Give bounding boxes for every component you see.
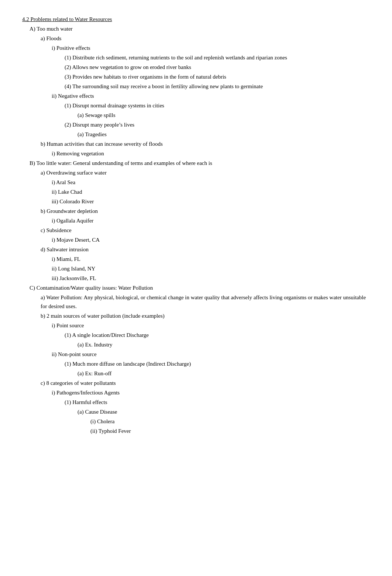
section-C-b: b) 2 main sources of water pollution (in… (41, 311, 370, 320)
section-A-a-i: i) Positive effects (52, 44, 370, 52)
section-A-a-ii: ii) Negative effects (52, 92, 370, 100)
section-C-b-i: i) Point source (52, 321, 370, 330)
section-B-a-i: i) Aral Sea (52, 178, 370, 187)
section-B-d: d) Saltwater intrusion (41, 245, 370, 254)
section-B-c: c) Subsidence (41, 226, 370, 235)
section-C-b-ii-1: (1) Much more diffuse on landscape (Indi… (65, 359, 370, 368)
section-C-b-ii-1-a: (a) Ex: Run-off (78, 369, 370, 378)
section-A: A) Too much water (30, 24, 370, 33)
section-A-a-ii-2-a: (a) Tragedies (78, 130, 370, 139)
section-B-d-i: i) Miami, FL (52, 255, 370, 263)
section-C-b-ii: ii) Non-point source (52, 350, 370, 359)
section-A-a-ii-1-a: (a) Sewage spills (78, 111, 370, 120)
section-A-a: a) Floods (41, 34, 370, 43)
section-C-c: c) 8 categories of water pollutants (41, 379, 370, 387)
section-B-b-i: i) Ogallala Aquifer (52, 216, 370, 225)
section-C-c-i-1-a: (a) Cause Disease (78, 407, 370, 416)
document-outline: 4.2 Problems related to Water Resources … (22, 15, 370, 435)
section-A-a-ii-1: (1) Disrupt normal drainage systems in c… (65, 101, 370, 110)
section-B-b: b) Groundwater depletion (41, 207, 370, 215)
section-A-a-i-3: (3) Provides new habitats to river organ… (65, 72, 370, 81)
section-B-a-iii: iii) Colorado River (52, 197, 370, 206)
section-A-b: b) Human activities that can increase se… (41, 139, 370, 148)
section-B-c-i: i) Mojave Desert, CA (52, 235, 370, 244)
section-B-d-ii: ii) Long Island, NY (52, 264, 370, 273)
section-C-b-i-1-a: (a) Ex. Industry (78, 340, 370, 349)
section-A-b-i: i) Removing vegetation (52, 149, 370, 158)
section-B: B) Too little water: General understandi… (30, 159, 370, 168)
section-B-a-ii: ii) Lake Chad (52, 187, 370, 196)
section-C-c-i-1: (1) Harmful effects (65, 398, 370, 407)
section-C-c-i-1-a-ii: (ii) Typhoid Fever (90, 427, 370, 435)
section-C-a: a) Water Pollution: Any physical, biolog… (41, 293, 370, 311)
section-A-a-i-2: (2) Allows new vegetation to grow on ero… (65, 63, 370, 72)
section-A-a-ii-2: (2) Disrupt many people’s lives (65, 120, 370, 129)
section-A-a-i-4: (4) The surrounding soil may receive a b… (65, 82, 370, 91)
section-B-a: a) Overdrawing surface water (41, 168, 370, 177)
main-title: 4.2 Problems related to Water Resources (22, 15, 370, 24)
section-A-a-i-1: (1) Distribute rich sediment, returning … (65, 53, 370, 62)
section-B-d-iii: iii) Jacksonville, FL (52, 274, 370, 283)
section-C: C) Contamination/Water quality issues: W… (30, 283, 370, 292)
section-C-b-i-1: (1) A single location/Direct Discharge (65, 331, 370, 339)
section-C-c-i-1-a-i: (i) Cholera (90, 417, 370, 426)
section-C-c-i: i) Pathogens/Infectious Agents (52, 388, 370, 397)
